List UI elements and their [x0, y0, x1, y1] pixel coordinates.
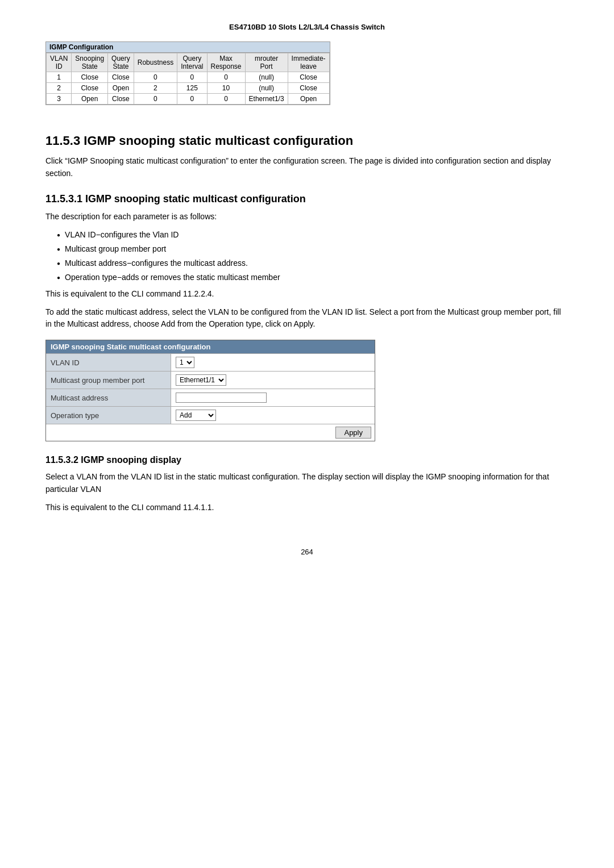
col-max-response: MaxResponse — [207, 53, 245, 72]
table-row: 2CloseOpen212510(null)Close — [47, 83, 330, 94]
bullet-list: VLAN ID−configures the Vlan IDMulticast … — [57, 229, 569, 283]
col-vlan-id: VLANID — [47, 53, 72, 72]
smc-address-control — [171, 390, 375, 405]
cli-note-1: This is equivalent to the CLI command 11… — [45, 288, 569, 301]
vlan-id-select[interactable]: 1 2 3 — [176, 357, 194, 368]
col-mrouter-port: mrouterPort — [245, 53, 288, 72]
col-immediate-leave: Immediate-leave — [288, 53, 329, 72]
igmp-config-table-wrapper: IGMP Configuration VLANID SnoopingState … — [45, 41, 330, 105]
smc-port-row: Multicast group member port Ethernet1/1 … — [46, 371, 375, 389]
smc-operation-label: Operation type — [46, 407, 171, 424]
col-snooping-state: SnoopingState — [72, 53, 108, 72]
list-item: Operation type−adds or removes the stati… — [57, 272, 569, 283]
table-row: 3OpenClose000Ethernet1/3Open — [47, 94, 330, 105]
page-number: 264 — [45, 548, 569, 556]
smc-address-row: Multicast address — [46, 389, 375, 406]
section-115-3-heading: 11.5.3 IGMP snooping static multicast co… — [45, 133, 569, 148]
smc-form: IGMP snooping Static multicast configura… — [45, 340, 375, 441]
smc-apply-row: Apply — [46, 424, 375, 441]
smc-form-title: IGMP snooping Static multicast configura… — [46, 340, 375, 353]
page-header: ES4710BD 10 Slots L2/L3/L4 Chassis Switc… — [45, 23, 569, 31]
apply-button[interactable]: Apply — [335, 427, 371, 439]
smc-address-label: Multicast address — [46, 389, 171, 406]
section-115-3-intro: Click “IGMP Snooping static multicast co… — [45, 155, 569, 180]
member-port-select[interactable]: Ethernet1/1 Ethernet1/2 Ethernet1/3 — [176, 374, 226, 386]
smc-operation-control: Add Remove — [171, 407, 375, 423]
list-item: Multicast address−configures the multica… — [57, 257, 569, 269]
col-robustness: Robustness — [134, 53, 177, 72]
smc-operation-row: Operation type Add Remove — [46, 406, 375, 424]
smc-vlan-row: VLAN ID 1 2 3 — [46, 353, 375, 371]
smc-vlan-label: VLAN ID — [46, 354, 171, 371]
section-115-3-1-desc: The description for each parameter is as… — [45, 211, 569, 223]
igmp-config-table: VLANID SnoopingState QueryState Robustne… — [46, 53, 330, 105]
smc-port-label: Multicast group member port — [46, 372, 171, 389]
section-115-3-2-para2: This is equivalent to the CLI command 11… — [45, 502, 569, 514]
list-item: VLAN ID−configures the Vlan ID — [57, 229, 569, 241]
section-115-3-2-heading: 11.5.3.2 IGMP snooping display — [45, 455, 569, 465]
igmp-config-table-title: IGMP Configuration — [46, 42, 330, 53]
smc-port-control: Ethernet1/1 Ethernet1/2 Ethernet1/3 — [171, 372, 375, 388]
how-to-para: To add the static multicast address, sel… — [45, 306, 569, 331]
col-query-state: QueryState — [108, 53, 134, 72]
operation-type-select[interactable]: Add Remove — [176, 410, 216, 421]
section-115-3-1-heading: 11.5.3.1 IGMP snooping static multicast … — [45, 193, 569, 205]
smc-vlan-control: 1 2 3 — [171, 354, 375, 370]
list-item: Multicast group member port — [57, 243, 569, 255]
header-title: ES4710BD 10 Slots L2/L3/L4 Chassis Switc… — [229, 23, 385, 31]
col-query-interval: QueryInterval — [177, 53, 207, 72]
table-row: 1CloseClose000(null)Close — [47, 72, 330, 83]
multicast-address-input[interactable] — [176, 393, 267, 403]
section-115-3-2-para1: Select a VLAN from the VLAN ID list in t… — [45, 471, 569, 495]
